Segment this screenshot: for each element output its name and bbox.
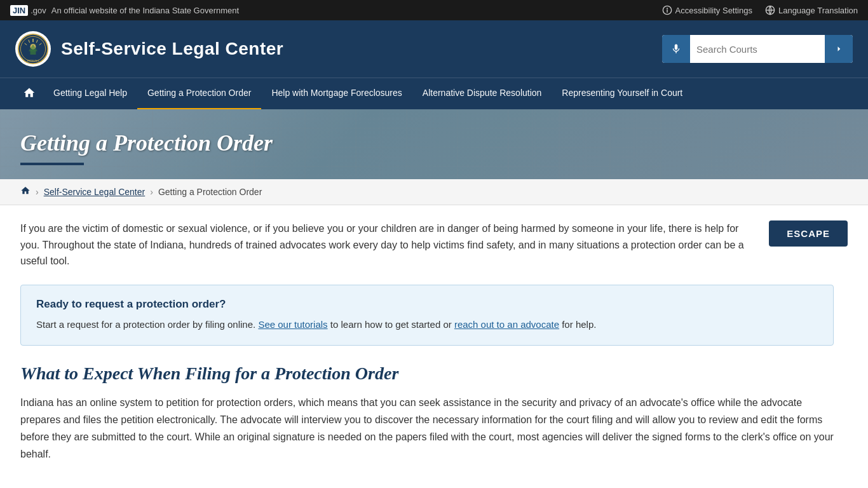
search-input[interactable]: [690, 35, 825, 63]
language-translation-link[interactable]: Language Translation: [765, 5, 858, 15]
jin-box: JIN: [10, 5, 28, 16]
main-content: ESCAPE If you are the victim of domestic…: [0, 205, 868, 478]
info-box-title: Ready to request a protection order?: [36, 298, 818, 311]
top-bar-left: JIN .gov An official website of the Indi…: [10, 5, 239, 16]
search-go-button[interactable]: [825, 35, 853, 63]
search-bar: [662, 35, 853, 63]
hero-content: Getting a Protection Order: [20, 130, 848, 165]
nav-alternative-dispute[interactable]: Alternative Dispute Resolution: [412, 78, 552, 110]
jin-gov-text: .gov: [31, 6, 46, 15]
info-box-text-before: Start a request for a protection order b…: [36, 319, 255, 330]
info-box: Ready to request a protection order? Sta…: [20, 285, 834, 346]
info-box-text: Start a request for a protection order b…: [36, 317, 818, 332]
hero-banner: Getting a Protection Order: [0, 109, 868, 179]
official-text: An official website of the Indiana State…: [51, 6, 239, 15]
top-bar-right: Accessibility Settings Language Translat…: [662, 5, 858, 15]
what-to-expect-title: What to Expect When Filing for a Protect…: [20, 363, 848, 384]
breadcrumb-separator-2: ›: [150, 187, 153, 197]
info-box-text-after: for help.: [562, 319, 596, 330]
nav-getting-legal-help[interactable]: Getting Legal Help: [43, 78, 137, 110]
language-label: Language Translation: [778, 6, 858, 15]
breadcrumb-separator-1: ›: [36, 187, 39, 197]
header-left: INDIANA Self-Service Legal Center: [15, 31, 283, 67]
navigation: Getting Legal Help Getting a Protection …: [0, 78, 868, 109]
breadcrumb-site-link[interactable]: Self-Service Legal Center: [44, 187, 146, 197]
intro-text: If you are the victim of domestic or sex…: [20, 220, 751, 269]
hero-title: Getting a Protection Order: [20, 130, 848, 156]
nav-representing-yourself[interactable]: Representing Yourself in Court: [552, 78, 693, 110]
nav-home[interactable]: [15, 78, 43, 110]
reach-advocate-link[interactable]: reach out to an advocate: [454, 319, 559, 330]
escape-button[interactable]: ESCAPE: [769, 220, 848, 247]
nav-mortgage-foreclosures[interactable]: Help with Mortgage Foreclosures: [261, 78, 412, 110]
search-mic-button[interactable]: [662, 35, 690, 63]
site-title: Self-Service Legal Center: [61, 39, 283, 59]
top-bar: JIN .gov An official website of the Indi…: [0, 0, 868, 20]
breadcrumb-home-icon[interactable]: [20, 186, 31, 198]
what-to-expect-body: Indiana has an online system to petition…: [20, 394, 834, 463]
svg-point-1: [667, 8, 668, 9]
nav-getting-protection-order[interactable]: Getting a Protection Order: [137, 78, 261, 110]
header: INDIANA Self-Service Legal Center: [0, 20, 868, 78]
site-logo: INDIANA: [15, 31, 51, 67]
svg-text:INDIANA: INDIANA: [27, 59, 39, 62]
breadcrumb-current: Getting a Protection Order: [158, 187, 262, 197]
hero-underline: [20, 163, 84, 165]
info-box-text-between: to learn how to get started or: [330, 319, 452, 330]
breadcrumb: › Self-Service Legal Center › Getting a …: [0, 179, 868, 205]
accessibility-label: Accessibility Settings: [675, 6, 752, 15]
see-tutorials-link[interactable]: See our tutorials: [258, 319, 327, 330]
accessibility-settings-link[interactable]: Accessibility Settings: [662, 5, 752, 15]
jin-logo: JIN .gov: [10, 5, 46, 16]
